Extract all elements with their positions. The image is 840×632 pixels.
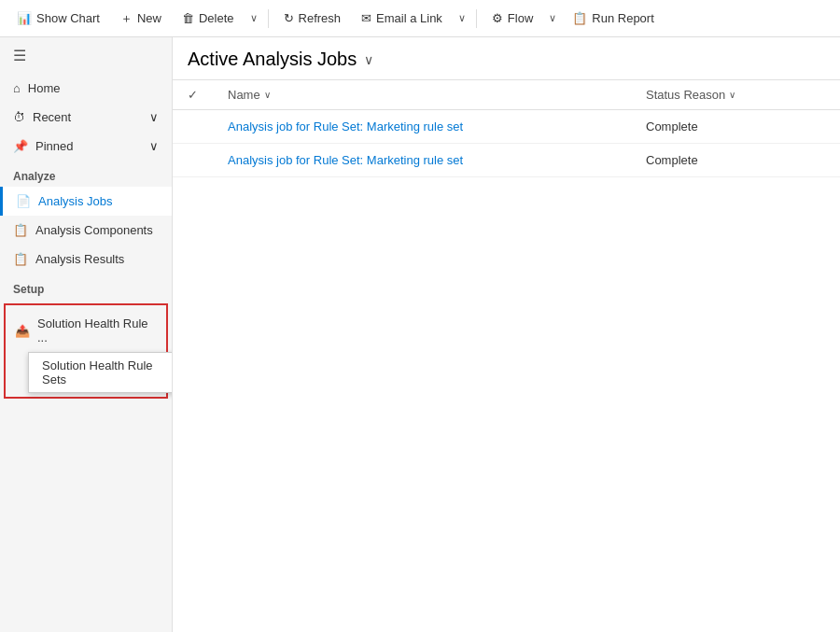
row1-name: Analysis job for Rule Set: Marketing rul… <box>213 110 631 144</box>
delete-label: Delete <box>199 11 234 25</box>
sidebar-analysis-results-label: Analysis Results <box>35 252 124 266</box>
status-sort-icon: ∨ <box>729 90 735 100</box>
delete-chevron[interactable]: ∨ <box>245 8 262 28</box>
flow-chevron[interactable]: ∨ <box>544 8 561 28</box>
sidebar-analysis-components-label: Analysis Components <box>35 223 153 237</box>
sidebar-item-analysis-results[interactable]: 📋 Analysis Results <box>0 245 172 274</box>
row2-status: Complete <box>631 144 840 177</box>
flow-icon: ⚙ <box>492 11 503 25</box>
sidebar: ☰ ⌂ Home ⏱ Recent ∨ 📌 Pinned ∨ Analyze 📄… <box>0 37 173 632</box>
pin-icon: 📌 <box>13 139 28 153</box>
row1-name-link[interactable]: Analysis job for Rule Set: Marketing rul… <box>228 119 463 133</box>
analysis-jobs-icon: 📄 <box>16 194 31 208</box>
refresh-icon: ↻ <box>284 11 294 25</box>
solution-health-icon: 📤 <box>15 324 30 338</box>
table-row: Analysis job for Rule Set: Marketing rul… <box>173 144 840 177</box>
sidebar-pinned-left: 📌 Pinned <box>13 139 73 153</box>
row1-status: Complete <box>631 110 840 144</box>
sidebar-recent-label: Recent <box>33 110 71 124</box>
divider-1 <box>268 9 269 28</box>
flow-button[interactable]: ⚙ Flow <box>483 7 542 29</box>
content-header: Active Analysis Jobs ∨ <box>173 37 840 80</box>
solution-health-rule-sets-item[interactable]: Solution Health Rule Sets <box>29 353 173 392</box>
analyze-section-label: Analyze <box>0 161 172 187</box>
sidebar-item-pinned[interactable]: 📌 Pinned ∨ <box>0 132 172 161</box>
pinned-chevron-icon: ∨ <box>149 139 159 153</box>
page-title: Active Analysis Jobs <box>188 49 357 70</box>
status-col-label: Status Reason <box>646 88 725 102</box>
th-check[interactable]: ✓ <box>173 80 213 110</box>
row2-check[interactable] <box>173 144 213 177</box>
email-icon: ✉ <box>361 11 371 25</box>
hamburger-icon: ☰ <box>13 48 26 63</box>
new-icon: ＋ <box>120 10 133 27</box>
th-name[interactable]: Name ∨ <box>213 80 631 110</box>
page-title-chevron[interactable]: ∨ <box>364 52 373 67</box>
sidebar-recent-left: ⏱ Recent <box>13 110 71 124</box>
toolbar: 📊 Show Chart ＋ New 🗑 Delete ∨ ↻ Refresh … <box>0 0 840 37</box>
solution-health-dropdown: Solution Health Rule Sets <box>28 352 173 393</box>
sidebar-pinned-label: Pinned <box>35 139 73 153</box>
run-report-button[interactable]: 📋 Run Report <box>563 7 663 29</box>
divider-2 <box>476 9 477 28</box>
name-col-label: Name <box>228 88 260 102</box>
refresh-button[interactable]: ↻ Refresh <box>274 7 351 29</box>
analysis-jobs-table: ✓ Name ∨ Status Reason ∨ <box>173 80 840 177</box>
recent-icon: ⏱ <box>13 110 25 124</box>
solution-health-section: 📤 Solution Health Rule ... Solution Heal… <box>4 303 168 399</box>
main-layout: ☰ ⌂ Home ⏱ Recent ∨ 📌 Pinned ∨ Analyze 📄… <box>0 37 840 632</box>
run-report-label: Run Report <box>592 11 653 25</box>
sidebar-item-analysis-components[interactable]: 📋 Analysis Components <box>0 216 172 245</box>
table-row: Analysis job for Rule Set: Marketing rul… <box>173 110 840 144</box>
sidebar-item-home[interactable]: ⌂ Home <box>0 74 172 103</box>
content-title-row: Active Analysis Jobs ∨ <box>188 49 825 79</box>
trash-icon: 🗑 <box>182 11 194 25</box>
sidebar-item-solution-health[interactable]: 📤 Solution Health Rule ... <box>9 309 162 352</box>
setup-section-label: Setup <box>0 274 172 300</box>
table-container: ✓ Name ∨ Status Reason ∨ <box>173 80 840 632</box>
show-chart-button[interactable]: 📊 Show Chart <box>7 7 109 29</box>
show-chart-label: Show Chart <box>36 11 100 25</box>
home-icon: ⌂ <box>13 81 21 95</box>
flow-label: Flow <box>508 11 533 25</box>
sidebar-menu-button[interactable]: ☰ <box>0 37 172 74</box>
row2-name-link[interactable]: Analysis job for Rule Set: Marketing rul… <box>228 153 463 167</box>
check-icon: ✓ <box>188 88 198 102</box>
email-link-label: Email a Link <box>376 11 442 25</box>
analysis-components-icon: 📋 <box>13 223 28 237</box>
sidebar-home-label: Home <box>28 81 61 95</box>
table-header: ✓ Name ∨ Status Reason ∨ <box>173 80 840 110</box>
report-icon: 📋 <box>572 11 587 25</box>
sidebar-item-analysis-jobs[interactable]: 📄 Analysis Jobs <box>0 187 172 216</box>
name-sort-icon: ∨ <box>264 90 271 100</box>
delete-button[interactable]: 🗑 Delete <box>173 7 244 29</box>
row2-name: Analysis job for Rule Set: Marketing rul… <box>213 144 631 177</box>
row1-check[interactable] <box>173 110 213 144</box>
email-chevron[interactable]: ∨ <box>454 8 470 28</box>
content-area: Active Analysis Jobs ∨ ✓ N <box>173 37 840 632</box>
th-status[interactable]: Status Reason ∨ <box>631 80 840 110</box>
recent-chevron-icon: ∨ <box>149 110 159 124</box>
analysis-results-icon: 📋 <box>13 252 28 266</box>
new-label: New <box>137 11 161 25</box>
new-button[interactable]: ＋ New <box>111 7 171 31</box>
sidebar-analysis-jobs-label: Analysis Jobs <box>38 194 112 208</box>
sidebar-solution-health-label: Solution Health Rule ... <box>37 316 157 344</box>
table-body: Analysis job for Rule Set: Marketing rul… <box>173 110 840 177</box>
refresh-label: Refresh <box>299 11 342 25</box>
email-link-button[interactable]: ✉ Email a Link <box>352 7 452 29</box>
chart-icon: 📊 <box>17 11 32 25</box>
sidebar-item-recent[interactable]: ⏱ Recent ∨ <box>0 103 172 132</box>
